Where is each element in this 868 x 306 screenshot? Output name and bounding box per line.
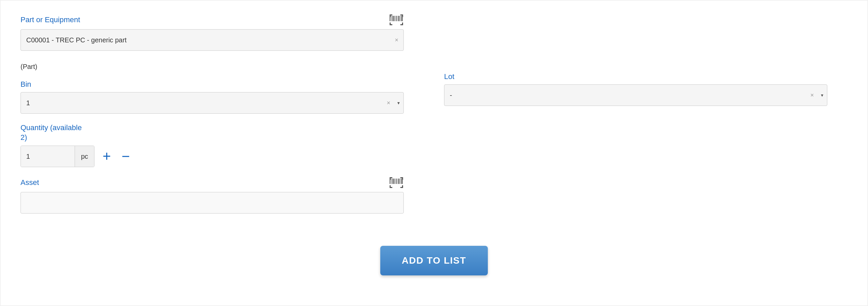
part-equipment-barcode-icon[interactable] xyxy=(389,14,404,26)
lot-label: Lot xyxy=(444,72,455,81)
part-equipment-clear-button[interactable]: × xyxy=(393,35,400,45)
part-equipment-header: Part or Equipment xyxy=(21,14,404,26)
quantity-controls: pc + − xyxy=(21,146,404,167)
quantity-plus-button[interactable]: + xyxy=(100,149,114,163)
quantity-input-wrapper: pc xyxy=(21,146,94,167)
form-right: Lot × ▾ xyxy=(444,14,827,223)
svg-rect-1 xyxy=(391,16,391,21)
svg-rect-5 xyxy=(396,16,397,21)
svg-rect-8 xyxy=(400,16,400,21)
part-equipment-group: Part or Equipment xyxy=(21,14,404,51)
lot-label-row: Lot xyxy=(444,72,827,81)
svg-rect-20 xyxy=(401,179,402,184)
bin-clear-button[interactable]: × xyxy=(385,98,392,108)
bin-input[interactable] xyxy=(21,92,404,114)
bin-dropdown-button[interactable]: ▾ xyxy=(396,99,401,107)
lot-dropdown-button[interactable]: ▾ xyxy=(819,91,825,99)
quantity-minus-button[interactable]: − xyxy=(119,149,133,163)
asset-input-wrapper xyxy=(21,192,404,214)
right-col-spacer xyxy=(444,14,827,72)
form-left: Part or Equipment xyxy=(21,14,404,223)
quantity-label: Quantity (available 2) xyxy=(21,123,404,142)
part-equipment-input-wrapper: × xyxy=(21,29,404,51)
add-to-list-button[interactable]: ADD TO LIST xyxy=(380,246,488,275)
asset-group: Asset xyxy=(21,177,404,214)
quantity-group: Quantity (available 2) pc + − xyxy=(21,123,404,167)
form-layout: Part or Equipment xyxy=(21,14,827,223)
lot-group: Lot × ▾ xyxy=(444,72,827,106)
quantity-input[interactable] xyxy=(21,146,74,167)
lot-clear-button[interactable]: × xyxy=(809,90,815,100)
asset-barcode-svg xyxy=(390,177,403,188)
svg-rect-17 xyxy=(397,179,398,184)
bin-label: Bin xyxy=(21,80,31,89)
lot-input[interactable] xyxy=(444,84,827,106)
asset-barcode-icon[interactable] xyxy=(389,177,404,189)
svg-rect-18 xyxy=(398,179,399,184)
bin-group: Bin × ▾ xyxy=(21,80,404,114)
svg-rect-2 xyxy=(392,16,393,21)
lot-input-wrapper: × ▾ xyxy=(444,84,827,106)
bin-header: Bin xyxy=(21,80,404,89)
barcode-svg xyxy=(390,14,403,25)
svg-rect-16 xyxy=(396,179,397,184)
asset-input[interactable] xyxy=(21,192,404,214)
svg-rect-14 xyxy=(393,179,394,184)
quantity-unit: pc xyxy=(74,146,94,167)
svg-rect-6 xyxy=(397,16,398,21)
asset-label: Asset xyxy=(21,178,39,187)
part-equipment-input[interactable] xyxy=(21,29,404,51)
svg-rect-15 xyxy=(395,179,395,184)
svg-rect-9 xyxy=(401,16,402,21)
svg-rect-4 xyxy=(395,16,395,21)
svg-rect-19 xyxy=(400,179,400,184)
svg-rect-7 xyxy=(398,16,399,21)
part-type-label: (Part) xyxy=(21,63,404,71)
svg-rect-13 xyxy=(392,179,393,184)
bin-input-wrapper: × ▾ xyxy=(21,92,404,114)
part-equipment-label: Part or Equipment xyxy=(21,16,80,24)
asset-header: Asset xyxy=(21,177,404,189)
svg-rect-12 xyxy=(391,179,391,184)
page-container: Part or Equipment xyxy=(0,0,868,306)
svg-rect-3 xyxy=(393,16,394,21)
